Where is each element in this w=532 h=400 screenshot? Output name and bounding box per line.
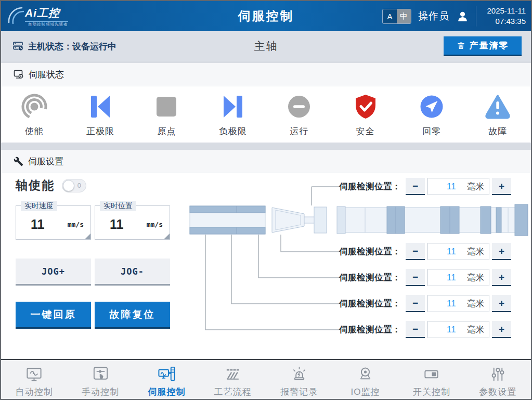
warning-triangle-icon: [483, 92, 512, 121]
minus-circle-icon: [284, 92, 314, 121]
increment-button[interactable]: +: [492, 269, 511, 286]
servo-position-row: 伺服检测位置： − 11 毫米 +: [339, 178, 511, 195]
datetime-display: 2025-11-11 07:43:35: [476, 6, 526, 27]
position-value: 11: [447, 182, 456, 192]
decrement-button[interactable]: −: [406, 243, 425, 260]
decrement-button[interactable]: −: [406, 321, 425, 338]
tab-auto-control[interactable]: 自动控制: [1, 360, 67, 400]
clear-production-button[interactable]: 产量清零: [444, 36, 522, 56]
position-unit-label: 毫米: [467, 298, 484, 309]
speed-readout: 实时速度 11 mm/s: [16, 205, 91, 240]
position-unit-label: 毫米: [467, 246, 484, 257]
language-option-zh[interactable]: 中: [397, 9, 411, 23]
time-label: 07:43:35: [484, 16, 526, 27]
speed-unit: mm/s: [68, 221, 84, 228]
bottom-navigation: 自动控制 手动控制: [1, 359, 531, 400]
tab-io-monitor[interactable]: IO监控: [332, 360, 398, 400]
servo-position-label: 伺服检测位置：: [339, 246, 401, 257]
servo-status-section-header: 伺服状态: [1, 63, 531, 86]
language-option-en[interactable]: A: [383, 9, 397, 23]
servo-position-label: 伺服检测位置：: [339, 324, 401, 336]
monitor-gear-icon: [14, 69, 24, 80]
servo-settings-section-header: 伺服设置: [1, 150, 531, 173]
tab-switch-control[interactable]: 开关控制: [398, 360, 464, 400]
user-role-label: 操作员: [418, 9, 449, 23]
toggle-knob: [63, 180, 74, 191]
decrement-button[interactable]: −: [406, 178, 425, 195]
process-flow-icon: [224, 365, 242, 383]
one-key-home-button[interactable]: 一键回原: [16, 302, 91, 329]
decrement-button[interactable]: −: [406, 269, 425, 286]
alarm-record-icon: [290, 365, 308, 383]
axis-enable-toggle[interactable]: 0: [62, 179, 86, 192]
status-homing: 回零: [398, 92, 464, 137]
auto-control-icon: [25, 365, 43, 383]
position-value-field[interactable]: 11 毫米: [427, 321, 489, 338]
position-value-field[interactable]: 11 毫米: [427, 269, 489, 286]
tab-servo-control[interactable]: 伺服控制: [134, 360, 200, 400]
parameter-settings-icon: [489, 365, 507, 383]
shield-check-icon: [351, 92, 380, 121]
increment-button[interactable]: +: [492, 295, 511, 312]
skip-start-icon: [86, 92, 115, 121]
app-header: Ai工控 自动控制领域先驱者 伺服控制 A 中 操作员 2025-11-11 0…: [1, 1, 531, 31]
status-positive-limit: 正极限: [67, 92, 133, 137]
servo-settings-title: 伺服设置: [28, 156, 63, 167]
servo-status-title: 伺服状态: [29, 69, 64, 81]
wrench-icon: [14, 157, 23, 166]
position-value: 11: [447, 247, 456, 257]
servo-position-label: 伺服检测位置：: [339, 181, 401, 192]
servo-position-row: 伺服检测位置： − 11 毫米 +: [339, 295, 511, 312]
tab-parameter-settings[interactable]: 参数设置: [465, 360, 531, 400]
jog-plus-button[interactable]: JOG+: [16, 259, 91, 286]
io-monitor-icon: [356, 365, 374, 383]
language-toggle[interactable]: A 中: [382, 9, 411, 24]
date-label: 2025-11-11: [484, 6, 526, 16]
tab-manual-control[interactable]: 手动控制: [67, 360, 133, 400]
servo-control-icon: [158, 365, 176, 383]
position-unit-label: 毫米: [467, 324, 484, 336]
position-unit-label: 毫米: [467, 181, 484, 192]
jog-minus-button[interactable]: JOG-: [95, 259, 170, 286]
position-value: 11: [447, 325, 456, 335]
status-enable: 使能: [1, 92, 67, 137]
origin-square-icon: [152, 92, 181, 121]
clear-production-label: 产量清零: [470, 40, 509, 51]
trash-icon: [457, 41, 465, 50]
position-unit: mm/s: [147, 221, 163, 228]
tab-process-flow[interactable]: 工艺流程: [200, 360, 266, 400]
position-value: 11: [110, 217, 123, 232]
status-negative-limit: 负极限: [200, 92, 266, 137]
position-readout: 实时位置 11 mm/s: [95, 205, 170, 240]
position-value-field[interactable]: 11 毫米: [427, 178, 489, 195]
increment-button[interactable]: +: [492, 321, 511, 338]
servo-control-screen: Ai工控 自动控制领域先驱者 伺服控制 A 中 操作员 2025-11-11 0…: [0, 0, 532, 400]
axis-enable-row: 轴使能 0: [16, 177, 86, 193]
position-value-field[interactable]: 11 毫米: [427, 243, 489, 260]
enable-target-icon: [20, 92, 49, 121]
send-circle-icon: [417, 92, 446, 121]
status-origin: 原点: [134, 92, 200, 137]
servo-position-row: 伺服检测位置： − 11 毫米 +: [339, 269, 511, 286]
servo-position-label: 伺服检测位置：: [339, 272, 401, 283]
increment-button[interactable]: +: [492, 243, 511, 260]
status-running: 运行: [266, 92, 332, 137]
skip-end-icon: [218, 92, 248, 121]
position-value: 11: [447, 299, 456, 309]
decrement-button[interactable]: −: [406, 295, 425, 312]
machine-status-bar: 主机状态：设备运行中 主轴 产量清零: [1, 31, 531, 61]
increment-button[interactable]: +: [492, 178, 511, 195]
axis-enable-label: 轴使能: [16, 177, 55, 193]
status-fault: 故障: [465, 92, 531, 137]
divider: [1, 143, 531, 150]
fault-reset-button[interactable]: 故障复位: [95, 302, 170, 329]
position-value-field[interactable]: 11 毫米: [427, 295, 489, 312]
tab-alarm-record[interactable]: 报警记录: [266, 360, 332, 400]
manual-control-icon: [92, 365, 110, 383]
servo-status-indicators: 使能 正极限 原点 负极限 运行: [1, 86, 531, 143]
speed-value: 11: [31, 217, 44, 232]
servo-settings-body: 轴使能 0 实时速度 11 mm/s 实时位置 11 mm/s JOG+ JOG…: [1, 173, 531, 359]
user-icon[interactable]: [456, 10, 469, 23]
servo-position-row: 伺服检测位置： − 11 毫米 +: [339, 321, 511, 338]
position-unit-label: 毫米: [467, 272, 484, 283]
